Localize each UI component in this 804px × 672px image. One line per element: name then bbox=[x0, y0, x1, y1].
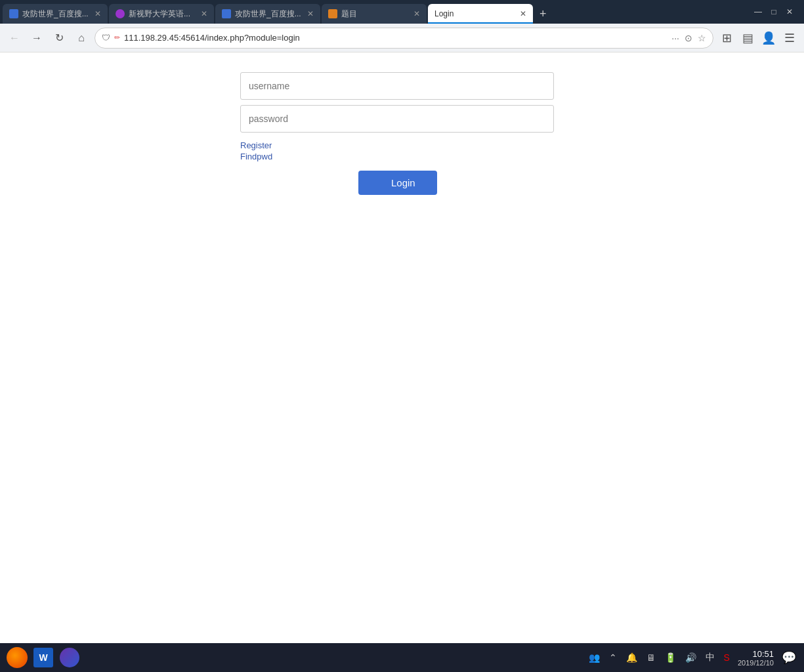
tab-3[interactable]: 攻防世界_百度搜... ✕ bbox=[215, 4, 320, 24]
tab-1[interactable]: 攻防世界_百度搜... ✕ bbox=[3, 4, 108, 24]
tray-battery-icon[interactable]: 🔋 bbox=[662, 651, 679, 664]
tab-2-favicon bbox=[116, 9, 125, 18]
tab-4-favicon bbox=[328, 9, 337, 18]
findpwd-link[interactable]: Findpwd bbox=[240, 152, 555, 161]
notification-center-icon[interactable]: 💬 bbox=[779, 649, 799, 666]
tab-4-title: 题目 bbox=[341, 9, 410, 20]
taskbar-browser2-app[interactable] bbox=[58, 646, 81, 669]
tray-volume-icon[interactable]: 🔊 bbox=[683, 651, 699, 664]
taskbar-firefox[interactable] bbox=[5, 646, 29, 669]
tray-display-icon[interactable]: 🖥 bbox=[644, 651, 658, 664]
tab-active-indicator bbox=[428, 22, 533, 24]
tray-notification-icon[interactable]: 🔔 bbox=[624, 651, 640, 664]
bookmark-icon[interactable]: ☆ bbox=[698, 33, 706, 43]
tray-people-icon[interactable]: 👥 bbox=[586, 651, 603, 664]
shield-icon: 🛡 bbox=[102, 33, 110, 43]
taskbar-date-display: 2019/12/10 bbox=[738, 659, 774, 667]
title-bar: 攻防世界_百度搜... ✕ 新视野大学英语... ✕ 攻防世界_百度搜... ✕… bbox=[0, 0, 804, 24]
edit-icon: ✏ bbox=[114, 33, 120, 42]
tab-1-close[interactable]: ✕ bbox=[95, 9, 101, 18]
browser2-icon bbox=[60, 648, 79, 667]
tab-2[interactable]: 新视野大学英语... ✕ bbox=[109, 4, 214, 24]
sidebar-icon[interactable]: ▤ bbox=[738, 29, 757, 47]
login-form: Register Findpwd Login bbox=[240, 72, 555, 195]
tab-2-close[interactable]: ✕ bbox=[201, 9, 207, 18]
username-input[interactable] bbox=[240, 72, 554, 100]
page-content: Register Findpwd Login bbox=[0, 52, 804, 643]
menu-icon[interactable]: ☰ bbox=[780, 29, 799, 47]
login-links: Register Findpwd bbox=[240, 140, 555, 161]
address-input[interactable] bbox=[124, 33, 667, 43]
login-button[interactable]: Login bbox=[358, 171, 437, 195]
back-button[interactable]: ← bbox=[5, 29, 24, 47]
browser-frame: 攻防世界_百度搜... ✕ 新视野大学英语... ✕ 攻防世界_百度搜... ✕… bbox=[0, 0, 804, 672]
tab-4-close[interactable]: ✕ bbox=[413, 9, 420, 18]
tab-5-close[interactable]: ✕ bbox=[520, 9, 526, 18]
tray-icons: 👥 ⌃ 🔔 🖥 🔋 🔊 中 S bbox=[586, 650, 732, 665]
account-icon[interactable]: 👤 bbox=[759, 29, 778, 47]
tab-3-title: 攻防世界_百度搜... bbox=[235, 9, 303, 20]
forward-button[interactable]: → bbox=[28, 29, 46, 47]
tab-2-title: 新视野大学英语... bbox=[129, 9, 197, 20]
tab-4[interactable]: 题目 ✕ bbox=[322, 4, 427, 24]
tabs-container: 攻防世界_百度搜... ✕ 新视野大学英语... ✕ 攻防世界_百度搜... ✕… bbox=[3, 0, 746, 24]
tray-lang-icon[interactable]: 中 bbox=[703, 650, 717, 665]
maximize-button[interactable]: □ bbox=[767, 5, 780, 18]
more-options-icon[interactable]: ··· bbox=[671, 33, 679, 43]
tab-3-favicon bbox=[222, 9, 231, 18]
taskbar-time-display: 10:51 bbox=[752, 649, 774, 659]
taskbar-right: 👥 ⌃ 🔔 🖥 🔋 🔊 中 S 10:51 2019/12/10 💬 bbox=[586, 649, 799, 667]
password-input[interactable] bbox=[240, 105, 554, 133]
taskbar-time[interactable]: 10:51 2019/12/10 bbox=[738, 649, 774, 667]
new-tab-button[interactable]: + bbox=[534, 4, 552, 24]
reload-button[interactable]: ↻ bbox=[50, 29, 68, 47]
tray-caret-icon[interactable]: ⌃ bbox=[606, 651, 620, 664]
close-button[interactable]: ✕ bbox=[783, 5, 796, 18]
word-icon: W bbox=[33, 648, 53, 667]
nav-right-icons: ⊞ ▤ 👤 ☰ bbox=[717, 29, 799, 47]
tab-1-favicon bbox=[9, 9, 18, 18]
address-right-icons: ··· ⊙ ☆ bbox=[671, 33, 706, 43]
home-button[interactable]: ⌂ bbox=[72, 29, 91, 47]
tray-ime-icon[interactable]: S bbox=[721, 651, 732, 664]
window-controls: — □ ✕ bbox=[746, 5, 801, 18]
tab-3-close[interactable]: ✕ bbox=[307, 9, 314, 18]
register-link[interactable]: Register bbox=[240, 140, 555, 150]
tab-5-title: Login bbox=[434, 9, 516, 18]
nav-bar: ← → ↻ ⌂ 🛡 ✏ ··· ⊙ ☆ ⊞ ▤ 👤 ☰ bbox=[0, 24, 804, 52]
address-bar-container: 🛡 ✏ ··· ⊙ ☆ bbox=[95, 28, 713, 49]
tab-5-active[interactable]: Login ✕ bbox=[428, 4, 533, 24]
firefox-icon bbox=[7, 647, 28, 668]
library-icon[interactable]: ⊞ bbox=[717, 29, 736, 47]
minimize-button[interactable]: — bbox=[751, 5, 765, 18]
pocket-icon[interactable]: ⊙ bbox=[685, 33, 692, 43]
taskbar-word-app[interactable]: W bbox=[32, 646, 55, 669]
tab-1-title: 攻防世界_百度搜... bbox=[22, 9, 91, 20]
taskbar: W 👥 ⌃ 🔔 🖥 🔋 🔊 中 S 10:51 2019/12/10 💬 bbox=[0, 643, 804, 672]
login-btn-container: Login bbox=[240, 171, 555, 195]
